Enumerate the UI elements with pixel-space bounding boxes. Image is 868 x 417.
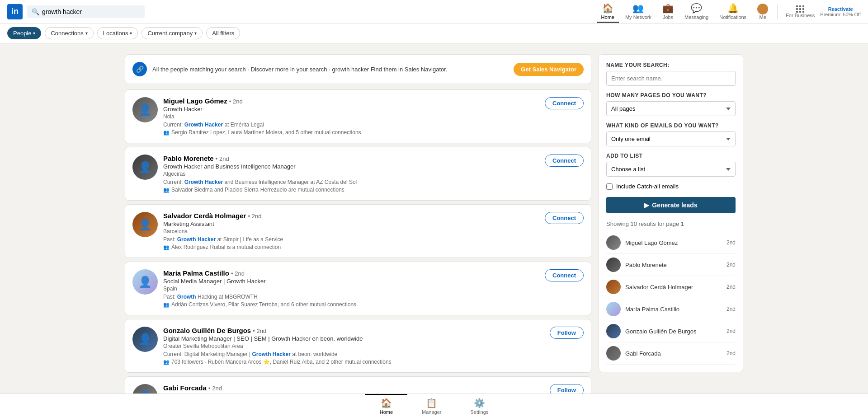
catch-all-label: Include Catch-all emails xyxy=(616,183,679,190)
result-list-name[interactable]: Pablo Morenete xyxy=(625,262,722,268)
card-action: Connect xyxy=(545,212,584,224)
network-icon: 👥 xyxy=(632,3,644,14)
nav-item-notifications[interactable]: 🔔 Notifications xyxy=(715,1,751,23)
result-list-name[interactable]: Miguel Lago Gómez xyxy=(625,239,722,246)
person-name[interactable]: Miguel Lago Gómez xyxy=(163,97,227,105)
person-name[interactable]: Salvador Cerdà Holmager xyxy=(163,212,246,220)
search-name-label: NAME YOUR SEARCH: xyxy=(606,62,736,68)
card-info: María Palma Castillo • 2nd Social Media … xyxy=(163,269,539,308)
result-card: 👤 Salvador Cerdà Holmager • 2nd Marketin… xyxy=(125,204,591,258)
result-list-name[interactable]: Gonzalo Guillén De Burgos xyxy=(625,328,722,335)
locations-filter[interactable]: Locations ▾ xyxy=(97,27,138,39)
sales-banner-text: All the people matching your search · Di… xyxy=(152,66,508,73)
mutual-icon: 👥 xyxy=(163,187,170,193)
people-filter[interactable]: People ▾ xyxy=(7,27,41,39)
result-list-name[interactable]: Gabi Forcada xyxy=(625,350,722,357)
email-type-select[interactable]: Only one email xyxy=(606,131,736,146)
result-card: 👤 Miguel Lago Gómez • 2nd Growth Hacker … xyxy=(125,89,591,143)
filter-bar: People ▾ Connections ▾ Locations ▾ Curre… xyxy=(0,23,868,43)
mini-avatar xyxy=(606,324,621,338)
search-box: 🔍 xyxy=(27,5,145,18)
bottom-nav-settings[interactable]: ⚙️ Settings xyxy=(456,394,503,417)
nav-item-messaging[interactable]: 💬 Messaging xyxy=(680,1,713,23)
all-filters-button[interactable]: All filters xyxy=(206,27,240,39)
mini-avatar xyxy=(606,258,621,272)
nav-item-jobs[interactable]: 💼 Jobs xyxy=(658,1,678,23)
locations-filter-label: Locations xyxy=(103,30,128,37)
right-results-list: Miguel Lago Gómez 2nd Pablo Morenete 2nd… xyxy=(606,232,736,365)
nav-item-network-label: My Network xyxy=(625,14,651,20)
catch-all-row: Include Catch-all emails xyxy=(606,183,736,190)
search-input[interactable] xyxy=(42,8,140,15)
sales-navigator-banner: 🔗 All the people matching your search · … xyxy=(125,54,591,84)
result-list-degree: 2nd xyxy=(726,350,736,356)
bottom-manager-icon: 📋 xyxy=(426,398,437,408)
result-list-degree: 2nd xyxy=(726,328,736,334)
notifications-icon: 🔔 xyxy=(727,3,739,14)
avatar-silhouette: 👤 xyxy=(132,155,158,180)
catch-all-checkbox[interactable] xyxy=(606,183,613,190)
result-list-name[interactable]: Salvador Cerdà Holmager xyxy=(625,284,722,290)
card-info: Salvador Cerdà Holmager • 2nd Marketing … xyxy=(163,212,539,250)
for-business-button[interactable]: For Business xyxy=(782,4,818,20)
showing-label: Showing 10 results for page 1 xyxy=(606,220,736,227)
bottom-nav-manager[interactable]: 📋 Manager xyxy=(407,394,456,417)
nav-item-home[interactable]: 🏠 Home xyxy=(597,1,619,23)
avatar-img: 👤 xyxy=(132,269,158,295)
generate-leads-button[interactable]: ▶ Generate leads xyxy=(606,197,736,213)
result-list-degree: 2nd xyxy=(726,306,736,312)
add-to-list-label: ADD TO LIST xyxy=(606,153,736,159)
linkedin-logo[interactable]: in xyxy=(7,4,23,19)
connect-button[interactable]: Connect xyxy=(545,155,584,167)
avatar-silhouette: 👤 xyxy=(132,212,158,237)
result-card: 👤 Gonzalo Guillén De Burgos • 2nd Digita… xyxy=(125,319,591,373)
people-filter-label: People xyxy=(13,30,31,37)
nav-item-me[interactable]: Me xyxy=(753,2,773,22)
person-name[interactable]: Pablo Morenete xyxy=(163,155,214,162)
current-company-filter[interactable]: Current company ▾ xyxy=(142,27,203,39)
search-name-input[interactable] xyxy=(606,71,736,86)
card-name: Gabi Forcada • 2nd xyxy=(163,384,544,392)
bottom-nav-home[interactable]: 🏠 Home xyxy=(365,394,407,417)
mutual-icon: 👥 xyxy=(163,302,170,308)
bottom-home-icon: 🏠 xyxy=(381,398,392,408)
card-info: Miguel Lago Gómez • 2nd Growth Hacker No… xyxy=(163,97,539,136)
right-result-item: Miguel Lago Gómez 2nd xyxy=(606,232,736,254)
nav-divider xyxy=(777,5,778,19)
person-name[interactable]: Gonzalo Guillén De Burgos xyxy=(163,327,251,334)
card-current: Past: Growth Hacking at MSGROWTH xyxy=(163,294,539,300)
connections-filter[interactable]: Connections ▾ xyxy=(45,27,93,39)
get-sales-navigator-button[interactable]: Get Sales Navigator xyxy=(514,63,584,76)
connection-degree: • 2nd xyxy=(248,213,262,220)
nav-item-messaging-label: Messaging xyxy=(684,14,708,20)
card-title: Marketing Assistant xyxy=(163,220,539,227)
pages-select[interactable]: All pages xyxy=(606,101,736,116)
connection-degree: • 2nd xyxy=(229,98,243,105)
add-to-list-select[interactable]: Choose a list xyxy=(606,162,736,177)
follow-button[interactable]: Follow xyxy=(550,327,584,339)
right-result-item: Pablo Morenete 2nd xyxy=(606,254,736,276)
for-business-label: For Business xyxy=(786,13,815,18)
person-name[interactable]: Gabi Forcada xyxy=(163,384,207,392)
pages-label: HOW MANY PAGES DO YOU WANT? xyxy=(606,92,736,98)
grid-icon xyxy=(796,5,804,13)
card-name: Salvador Cerdà Holmager • 2nd xyxy=(163,212,539,220)
avatar-img: 👤 xyxy=(132,327,158,352)
connect-button[interactable]: Connect xyxy=(545,97,584,109)
right-panel: NAME YOUR SEARCH: HOW MANY PAGES DO YOU … xyxy=(599,54,743,417)
bottom-home-label: Home xyxy=(380,409,393,415)
connect-button[interactable]: Connect xyxy=(545,269,584,281)
result-list-name[interactable]: María Palma Castillo xyxy=(625,306,722,313)
right-result-item: Gabi Forcada 2nd xyxy=(606,342,736,365)
mini-avatar xyxy=(606,302,621,316)
card-location: Spain xyxy=(163,286,539,292)
avatar-img: 👤 xyxy=(132,97,158,122)
people-chevron-icon: ▾ xyxy=(33,31,35,36)
reactivate-link[interactable]: Reactivate xyxy=(820,6,861,12)
card-mutual: 👥Àlex Rodríguez Ruibal is a mutual conne… xyxy=(163,244,539,250)
connect-button[interactable]: Connect xyxy=(545,212,584,224)
card-location: Noia xyxy=(163,113,539,120)
card-title: Growth Hacker xyxy=(163,106,539,112)
nav-item-network[interactable]: 👥 My Network xyxy=(621,1,656,23)
person-name[interactable]: María Palma Castillo xyxy=(163,269,229,277)
